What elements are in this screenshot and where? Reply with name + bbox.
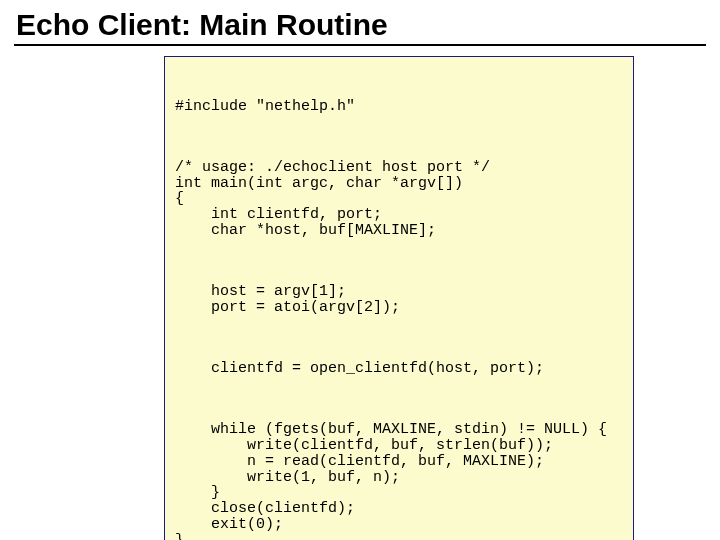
code-main-decl: /* usage: ./echoclient host port */ int … — [175, 160, 623, 239]
code-open-client: clientfd = open_clientfd(host, port); — [175, 361, 623, 377]
title-underline — [14, 44, 706, 46]
slide-title: Echo Client: Main Routine — [16, 8, 706, 42]
code-loop: while (fgets(buf, MAXLINE, stdin) != NUL… — [175, 422, 623, 540]
code-args: host = argv[1]; port = atoi(argv[2]); — [175, 284, 623, 316]
code-include: #include "nethelp.h" — [175, 99, 623, 115]
slide: Echo Client: Main Routine #include "neth… — [0, 0, 720, 540]
code-box: #include "nethelp.h" /* usage: ./echocli… — [164, 56, 634, 540]
